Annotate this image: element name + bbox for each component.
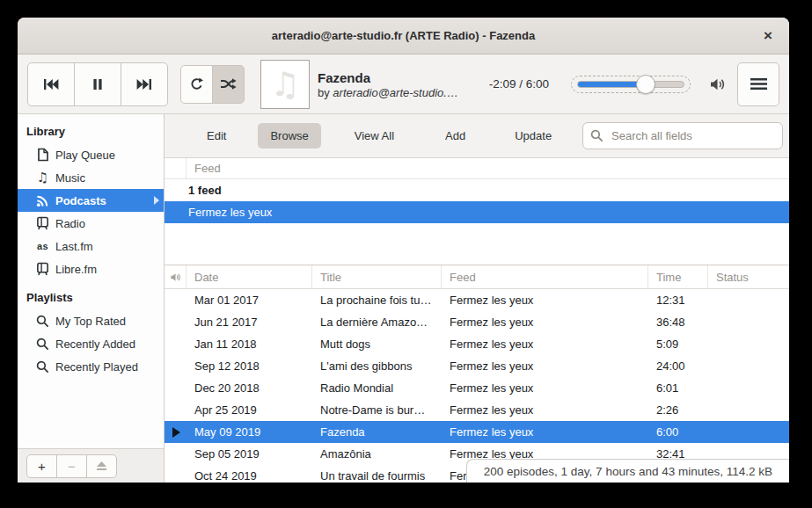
sidebar-item-recently-played[interactable]: Recently Played <box>18 355 164 378</box>
sidebar-toolbar: + − <box>18 448 164 483</box>
music-note-icon <box>270 65 300 104</box>
search-icon <box>35 337 50 352</box>
sidebar: Library Play Queue Music Podcasts Radio … <box>18 114 165 483</box>
table-row[interactable]: Mar 01 2017 La prochaine fois tu… Fermez… <box>165 289 789 311</box>
track-info: Fazenda by arteradio@arte-studio.… <box>318 69 481 99</box>
sidebar-item-radio[interactable]: Radio <box>18 212 164 235</box>
sidebar-item-lastfm[interactable]: Last.fm <box>18 235 164 258</box>
feed-name-label: arteradio@arte-studio.… <box>333 86 458 99</box>
seek-handle[interactable] <box>636 75 655 94</box>
column-header-feed[interactable]: Feed <box>442 265 648 288</box>
column-header-playing[interactable] <box>165 265 187 288</box>
table-row[interactable]: Jan 11 2018 Mutt dogs Fermez les yeux 5:… <box>165 333 789 355</box>
menu-button[interactable] <box>737 62 779 106</box>
shuffle-icon <box>220 77 237 91</box>
table-row[interactable]: Apr 25 2019 Notre-Dame is bur… Fermez le… <box>165 399 789 421</box>
by-label: by <box>318 86 330 99</box>
window-title: arteradio@arte-studio.fr (ARTE Radio) - … <box>272 29 535 42</box>
feed-column-header[interactable]: Feed <box>165 158 789 179</box>
radio-icon <box>35 262 50 277</box>
skip-forward-icon <box>136 78 152 91</box>
shuffle-button[interactable] <box>212 65 245 104</box>
feed-summary-row[interactable]: 1 feed <box>165 179 789 201</box>
radio-icon <box>35 216 50 231</box>
sidebar-item-librefm[interactable]: Libre.fm <box>18 258 164 280</box>
table-row-selected[interactable]: May 09 2019 Fazenda Fermez les yeux 6:00 <box>165 421 789 443</box>
add-source-button[interactable]: + <box>26 454 57 478</box>
close-button[interactable]: × <box>756 24 780 48</box>
seek-slider[interactable] <box>571 76 691 93</box>
update-button[interactable]: Update <box>502 123 564 149</box>
table-row[interactable]: Jun 21 2017 La dernière Amazo… Fermez le… <box>165 311 789 333</box>
app-window: arteradio@arte-studio.fr (ARTE Radio) - … <box>18 18 789 483</box>
sidebar-item-recently-added[interactable]: Recently Added <box>18 332 164 355</box>
search-box[interactable] <box>582 122 783 149</box>
previous-button[interactable] <box>27 62 75 106</box>
column-header-status[interactable]: Status <box>708 265 789 288</box>
library-header: Library <box>18 114 164 143</box>
feed-column-label: Feed <box>187 162 221 175</box>
sidebar-item-label: My Top Rated <box>55 315 126 328</box>
episode-table: Date Title Feed Time Status Mar 01 2017 … <box>165 265 789 483</box>
hamburger-icon <box>750 77 767 91</box>
playlists-header: Playlists <box>18 280 164 309</box>
column-header-time[interactable]: Time <box>648 265 708 288</box>
search-icon <box>35 314 50 329</box>
sidebar-item-music[interactable]: Music <box>18 166 164 189</box>
table-row[interactable]: Dec 20 2018 Radio Mondial Fermez les yeu… <box>165 377 789 399</box>
playback-mode-controls <box>180 65 245 104</box>
sidebar-item-play-queue[interactable]: Play Queue <box>18 143 164 166</box>
feed-row[interactable]: Fermez les yeux <box>165 201 789 223</box>
edit-button[interactable]: Edit <box>194 123 238 149</box>
episode-table-header: Date Title Feed Time Status <box>165 265 789 289</box>
sidebar-item-label: Last.fm <box>55 240 93 253</box>
search-icon <box>590 129 604 142</box>
column-header-date[interactable]: Date <box>187 265 312 288</box>
chevron-right-icon[interactable] <box>154 196 159 205</box>
desktop-background: arteradio@arte-studio.fr (ARTE Radio) - … <box>0 0 812 508</box>
speaker-icon <box>170 272 181 282</box>
track-artist: by arteradio@arte-studio.… <box>318 86 481 99</box>
eject-icon <box>96 461 107 471</box>
add-button[interactable]: Add <box>433 123 478 149</box>
sidebar-item-podcasts[interactable]: Podcasts <box>18 189 164 212</box>
music-note-icon <box>35 171 50 185</box>
sidebar-item-label: Podcasts <box>55 194 106 207</box>
album-art <box>260 60 310 109</box>
pause-icon <box>91 78 105 91</box>
lastfm-icon <box>35 239 50 254</box>
remove-source-button[interactable]: − <box>56 454 87 478</box>
transport-controls <box>27 62 168 106</box>
column-header-title[interactable]: Title <box>312 265 442 288</box>
feed-header-spacer <box>165 158 187 178</box>
browse-button[interactable]: Browse <box>258 123 320 149</box>
playing-indicator-cell <box>165 427 187 438</box>
sidebar-item-my-top-rated[interactable]: My Top Rated <box>18 309 164 332</box>
sidebar-item-label: Play Queue <box>55 149 115 162</box>
pause-button[interactable] <box>74 62 121 106</box>
table-row[interactable]: Sep 12 2018 L'ami des gibbons Fermez les… <box>165 355 789 377</box>
view-all-button[interactable]: View All <box>342 123 406 149</box>
close-icon: × <box>764 27 772 44</box>
track-title: Fazenda <box>318 69 481 86</box>
sidebar-item-label: Libre.fm <box>55 263 97 276</box>
sidebar-item-label: Recently Played <box>55 360 138 374</box>
minus-icon: − <box>68 459 76 474</box>
sidebar-item-label: Music <box>55 171 85 185</box>
search-icon <box>35 359 50 374</box>
titlebar[interactable]: arteradio@arte-studio.fr (ARTE Radio) - … <box>18 18 789 54</box>
speaker-icon <box>709 77 726 91</box>
search-input[interactable] <box>610 128 775 143</box>
volume-button[interactable] <box>709 77 726 91</box>
source-toolbar: Edit Browse View All Add Update <box>165 114 789 158</box>
repeat-button[interactable] <box>180 65 213 104</box>
feed-browser: Feed 1 feed Fermez les yeux <box>165 158 789 265</box>
skip-backward-icon <box>43 78 59 91</box>
rss-icon <box>35 193 50 208</box>
window-body: Library Play Queue Music Podcasts Radio … <box>18 114 789 483</box>
eject-button[interactable] <box>86 454 117 478</box>
sidebar-item-label: Radio <box>55 217 85 230</box>
plus-icon: + <box>38 459 46 474</box>
next-button[interactable] <box>121 62 168 106</box>
seek-trough[interactable] <box>577 81 684 88</box>
